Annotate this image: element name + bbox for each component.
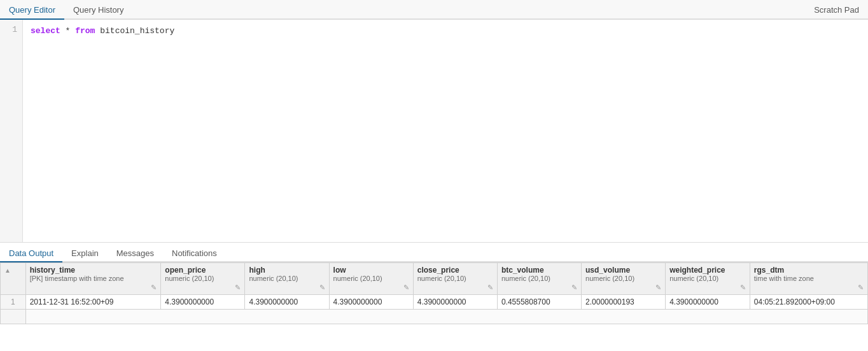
col-header-open-price: open_price numeric (20,10) ✎ bbox=[161, 263, 245, 295]
cell-history-time: 2011-12-31 16:52:00+09 bbox=[25, 295, 161, 310]
col-type-low: numeric (20,10) bbox=[333, 275, 409, 282]
row-num-cell: 1 bbox=[1, 295, 26, 310]
col-name-open-price: open_price bbox=[165, 266, 241, 275]
col-name-weighted-price: weighted_price bbox=[669, 266, 746, 275]
results-table-wrap: ▲ history_time [PK] timestamp with time … bbox=[0, 262, 868, 324]
line-number: 1 bbox=[5, 25, 17, 34]
line-numbers: 1 bbox=[0, 20, 23, 242]
col-type-close-price: numeric (20,10) bbox=[417, 275, 493, 282]
col-header-rgs-dtm: rgs_dtm time with time zone ✎ bbox=[750, 263, 867, 295]
col-name-history-time: history_time bbox=[30, 266, 157, 275]
row-num-header: ▲ bbox=[1, 263, 26, 295]
tab-query-editor[interactable]: Query Editor bbox=[0, 1, 64, 20]
tab-data-output[interactable]: Data Output bbox=[0, 245, 62, 262]
cell-empty bbox=[25, 310, 867, 324]
col-type-usd-volume: numeric (20,10) bbox=[585, 275, 661, 282]
sort-icon: ▲ bbox=[4, 267, 11, 274]
star-operator: * bbox=[60, 26, 75, 36]
col-header-history-time: history_time [PK] timestamp with time zo… bbox=[25, 263, 161, 295]
cell-high: 4.3900000000 bbox=[245, 295, 329, 310]
col-name-low: low bbox=[333, 266, 409, 275]
edit-icon-high[interactable]: ✎ bbox=[319, 283, 325, 292]
col-header-low: low numeric (20,10) ✎ bbox=[329, 263, 413, 295]
col-type-history-time: [PK] timestamp with time zone bbox=[30, 275, 157, 282]
bottom-tab-bar: Data Output Explain Messages Notificatio… bbox=[0, 243, 868, 262]
col-name-high: high bbox=[249, 266, 325, 275]
cell-open-price: 4.3900000000 bbox=[161, 295, 245, 310]
col-type-btc-volume: numeric (20,10) bbox=[501, 275, 577, 282]
editor-area: 1 select * from bitcoin_history bbox=[0, 20, 868, 243]
col-type-high: numeric (20,10) bbox=[249, 275, 325, 282]
col-name-close-price: close_price bbox=[417, 266, 493, 275]
code-editor[interactable]: select * from bitcoin_history bbox=[23, 20, 868, 242]
col-type-rgs-dtm: time with time zone bbox=[754, 275, 864, 282]
keyword-from: from bbox=[75, 26, 95, 36]
edit-icon-usd-volume[interactable]: ✎ bbox=[655, 283, 661, 292]
table-name: bitcoin_history bbox=[95, 26, 174, 36]
cell-usd-volume: 2.0000000193 bbox=[582, 295, 666, 310]
table-header-row: ▲ history_time [PK] timestamp with time … bbox=[1, 263, 868, 295]
cell-close-price: 4.3900000000 bbox=[413, 295, 497, 310]
col-header-usd-volume: usd_volume numeric (20,10) ✎ bbox=[582, 263, 666, 295]
edit-icon-open-price[interactable]: ✎ bbox=[235, 283, 241, 292]
top-tab-bar: Query Editor Query History Scratch Pad bbox=[0, 0, 868, 20]
cell-rgs-dtm: 04:05:21.892000+09:00 bbox=[750, 295, 867, 310]
scratch-pad-link[interactable]: Scratch Pad bbox=[805, 1, 868, 18]
cell-low: 4.3900000000 bbox=[329, 295, 413, 310]
tab-messages[interactable]: Messages bbox=[108, 245, 163, 262]
col-header-btc-volume: btc_volume numeric (20,10) ✎ bbox=[497, 263, 581, 295]
col-type-weighted-price: numeric (20,10) bbox=[669, 275, 746, 282]
table-row-empty bbox=[1, 310, 868, 324]
edit-icon-btc-volume[interactable]: ✎ bbox=[571, 283, 577, 292]
edit-icon-rgs-dtm[interactable]: ✎ bbox=[858, 283, 864, 292]
edit-icon-weighted-price[interactable]: ✎ bbox=[740, 283, 746, 292]
col-header-close-price: close_price numeric (20,10) ✎ bbox=[413, 263, 497, 295]
col-name-rgs-dtm: rgs_dtm bbox=[754, 266, 864, 275]
tab-notifications[interactable]: Notifications bbox=[163, 245, 226, 262]
results-table: ▲ history_time [PK] timestamp with time … bbox=[0, 262, 868, 324]
col-name-btc-volume: btc_volume bbox=[501, 266, 577, 275]
edit-icon-close-price[interactable]: ✎ bbox=[487, 283, 493, 292]
col-type-open-price: numeric (20,10) bbox=[165, 275, 241, 282]
col-header-weighted-price: weighted_price numeric (20,10) ✎ bbox=[666, 263, 750, 295]
keyword-select: select bbox=[31, 26, 60, 36]
edit-icon-history-time[interactable]: ✎ bbox=[151, 283, 157, 292]
cell-btc-volume: 0.4555808700 bbox=[497, 295, 581, 310]
table-row: 1 2011-12-31 16:52:00+09 4.3900000000 4.… bbox=[1, 295, 868, 310]
tab-explain[interactable]: Explain bbox=[62, 245, 108, 262]
tab-query-history[interactable]: Query History bbox=[64, 1, 132, 20]
row-num-empty bbox=[1, 310, 26, 324]
cell-weighted-price: 4.3900000000 bbox=[666, 295, 750, 310]
col-name-usd-volume: usd_volume bbox=[585, 266, 661, 275]
col-header-high: high numeric (20,10) ✎ bbox=[245, 263, 329, 295]
edit-icon-low[interactable]: ✎ bbox=[403, 283, 409, 292]
